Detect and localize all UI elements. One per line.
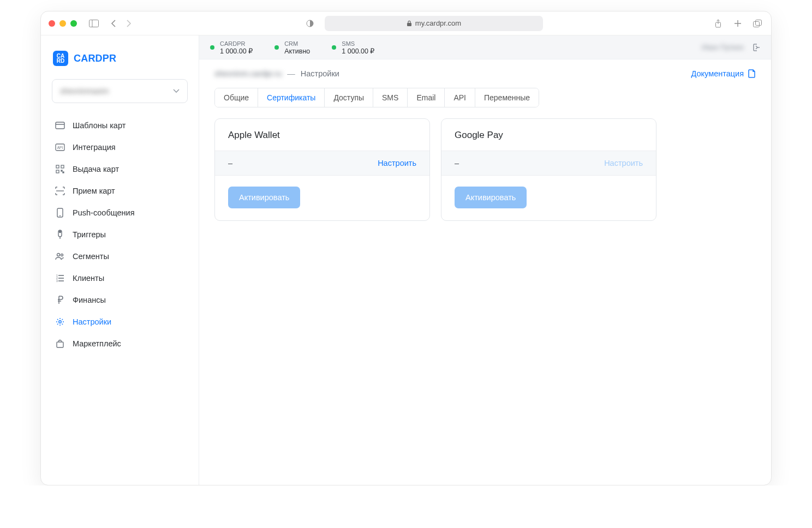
- content: CARDPR 1 000.00 ₽ CRM Активно SMS 1 00: [199, 35, 771, 485]
- nav-arrows: [108, 17, 135, 29]
- brand-logo: CARD: [53, 51, 68, 66]
- page: shevninm.cardpr.ru — Настройки Документа…: [199, 59, 771, 231]
- back-icon[interactable]: [108, 17, 120, 29]
- sidebar-item-issue[interactable]: Выдача карт: [50, 159, 190, 179]
- card-value: –: [228, 159, 232, 167]
- chevron-down-icon: [173, 89, 180, 93]
- status-value: 1 000.00 ₽: [342, 47, 374, 55]
- activate-button[interactable]: Активировать: [455, 187, 527, 208]
- configure-link[interactable]: Настроить: [604, 159, 643, 167]
- sidebar-item-label: Маркетплейс: [73, 339, 121, 348]
- browser-toolbar: my.cardpr.com: [41, 11, 771, 35]
- sidebar-item-label: Клиенты: [73, 274, 104, 283]
- status-dot-icon: [332, 45, 336, 50]
- sidebar-item-label: Настройки: [73, 317, 111, 326]
- api-icon: API: [55, 142, 65, 152]
- sidebar-item-settings[interactable]: Настройки: [50, 311, 190, 332]
- url-host: my.cardpr.com: [415, 19, 461, 27]
- status-label: CRM: [284, 40, 310, 47]
- sidebar-item-segments[interactable]: Сегменты: [50, 246, 190, 267]
- sidebar-menu: Шаблоны карт API Интеграция Выдача карт …: [50, 115, 190, 354]
- account-name: Иван Пупкин: [702, 43, 744, 51]
- status-sms[interactable]: SMS 1 000.00 ₽: [332, 40, 374, 55]
- activate-button[interactable]: Активировать: [228, 187, 300, 208]
- status-bar: CARDPR 1 000.00 ₽ CRM Активно SMS 1 00: [199, 35, 771, 59]
- sidebar-item-scan[interactable]: Прием карт: [50, 181, 190, 201]
- sidebar-item-label: Триггеры: [73, 230, 106, 239]
- workspace-selected: shevninmaxim: [60, 87, 109, 95]
- sidebar-item-label: Шаблоны карт: [73, 121, 126, 130]
- gear-icon: [55, 317, 65, 327]
- brand[interactable]: CARD CARDPR: [50, 47, 190, 76]
- bag-icon: [55, 339, 65, 349]
- share-icon[interactable]: [712, 17, 724, 29]
- document-icon: [748, 69, 756, 78]
- sidebar: CARD CARDPR shevninmaxim Шаблоны карт AP…: [41, 35, 199, 485]
- sidebar-item-templates[interactable]: Шаблоны карт: [50, 115, 190, 136]
- documentation-link[interactable]: Документация: [691, 69, 756, 78]
- workspace-select[interactable]: shevninmaxim: [52, 79, 188, 103]
- tab-access[interactable]: Доступы: [325, 88, 373, 107]
- certificate-cards: Apple Wallet – Настроить Активировать Go…: [214, 118, 756, 221]
- svg-rect-0: [89, 20, 99, 27]
- card-title: Apple Wallet: [215, 119, 429, 151]
- status-dot-icon: [210, 45, 214, 50]
- sidebar-item-label: Прием карт: [73, 187, 115, 195]
- shield-icon[interactable]: [304, 17, 316, 29]
- forward-icon[interactable]: [123, 17, 135, 29]
- scan-icon: [55, 186, 65, 196]
- svg-rect-15: [61, 165, 64, 168]
- list-icon: 123: [55, 273, 65, 283]
- tab-certificates[interactable]: Сертификаты: [258, 88, 325, 107]
- svg-rect-16: [56, 170, 59, 173]
- status-dot-icon: [274, 45, 279, 50]
- logout-icon[interactable]: [751, 43, 760, 52]
- documentation-label: Документация: [691, 69, 744, 78]
- tab-email[interactable]: Email: [408, 88, 445, 107]
- breadcrumb-row: shevninm.cardpr.ru — Настройки Документа…: [214, 69, 756, 78]
- brand-name: CARDPR: [74, 53, 116, 64]
- status-label: CARDPR: [220, 40, 253, 47]
- sidebar-item-label: Выдача карт: [73, 165, 119, 173]
- svg-rect-9: [756, 20, 762, 25]
- tab-sms[interactable]: SMS: [373, 88, 408, 107]
- trigger-icon: [55, 230, 65, 239]
- tab-general[interactable]: Общие: [215, 88, 258, 107]
- svg-point-26: [61, 254, 63, 256]
- sidebar-toggle-icon[interactable]: [88, 17, 100, 29]
- sidebar-item-label: Push-сообщения: [73, 208, 135, 217]
- breadcrumb-site[interactable]: shevninm.cardpr.ru: [214, 69, 282, 78]
- sidebar-item-finance[interactable]: Финансы: [50, 290, 190, 310]
- card-status-row: – Настроить: [215, 151, 429, 176]
- tab-variables[interactable]: Переменные: [475, 88, 539, 107]
- status-cardpr[interactable]: CARDPR 1 000.00 ₽: [210, 40, 253, 55]
- close-window-icon[interactable]: [49, 20, 55, 27]
- card-apple-wallet: Apple Wallet – Настроить Активировать: [214, 118, 430, 221]
- sidebar-item-clients[interactable]: 123 Клиенты: [50, 268, 190, 289]
- url-bar[interactable]: my.cardpr.com: [325, 16, 543, 31]
- svg-rect-14: [56, 165, 59, 168]
- new-tab-icon[interactable]: [732, 17, 744, 29]
- svg-point-25: [57, 254, 60, 256]
- status-crm[interactable]: CRM Активно: [274, 40, 310, 55]
- svg-rect-23: [59, 231, 61, 233]
- svg-rect-36: [57, 342, 63, 347]
- sidebar-item-marketplace[interactable]: Маркетплейс: [50, 333, 190, 354]
- card-title: Google Pay: [441, 119, 656, 151]
- svg-text:API: API: [57, 146, 63, 149]
- tab-api[interactable]: API: [445, 88, 475, 107]
- minimize-window-icon[interactable]: [59, 20, 66, 27]
- breadcrumb-current: Настройки: [301, 69, 339, 78]
- configure-link[interactable]: Настроить: [378, 159, 416, 167]
- ruble-icon: [55, 295, 65, 305]
- sidebar-item-push[interactable]: Push-сообщения: [50, 202, 190, 223]
- sidebar-item-triggers[interactable]: Триггеры: [50, 224, 190, 245]
- sidebar-item-integration[interactable]: API Интеграция: [50, 137, 190, 158]
- tabs-icon[interactable]: [751, 17, 763, 29]
- card-value: –: [455, 159, 459, 167]
- card-icon: [55, 121, 65, 130]
- push-icon: [55, 208, 65, 218]
- maximize-window-icon[interactable]: [70, 20, 77, 27]
- card-google-pay: Google Pay – Настроить Активировать: [441, 118, 656, 221]
- lock-icon: [407, 20, 412, 27]
